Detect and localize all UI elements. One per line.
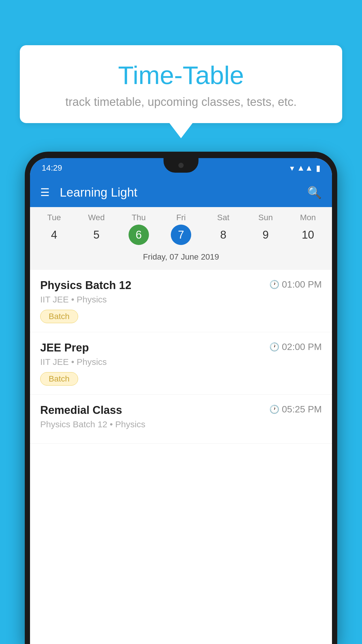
day-number: 9 <box>255 225 276 245</box>
batch-tag: Batch <box>40 372 78 386</box>
schedule-time: 🕐05:25 PM <box>269 404 322 415</box>
phone-frame: 14:29 ▾ ▲▲ ▮ ☰ Learning Light 🔍 Tue4Wed5… <box>25 152 337 644</box>
schedule-subtitle: Physics Batch 12 • Physics <box>40 419 322 429</box>
schedule-item[interactable]: Physics Batch 12🕐01:00 PMIIT JEE • Physi… <box>30 270 332 332</box>
day-number: 5 <box>86 225 107 245</box>
calendar-day[interactable]: Thu6 <box>120 213 158 245</box>
schedule-item-header: Remedial Class🕐05:25 PM <box>40 404 322 416</box>
schedule-time: 🕐01:00 PM <box>269 279 322 290</box>
speech-bubble: Time-Table track timetable, upcoming cla… <box>20 45 342 123</box>
day-number: 8 <box>213 225 233 245</box>
hamburger-menu-icon[interactable]: ☰ <box>40 187 50 198</box>
days-row: Tue4Wed5Thu6Fri7Sat8Sun9Mon10 <box>30 213 332 245</box>
phone-notch <box>164 158 198 173</box>
day-number: 10 <box>298 225 318 245</box>
app-title: Learning Light <box>60 186 307 200</box>
day-name: Mon <box>300 213 316 222</box>
clock-icon: 🕐 <box>269 280 280 289</box>
search-icon[interactable]: 🔍 <box>307 186 322 200</box>
day-name: Fri <box>176 213 186 222</box>
day-number: 6 <box>129 225 149 245</box>
day-name: Wed <box>88 213 105 222</box>
bubble-title: Time-Table <box>37 61 325 90</box>
schedule-title: Remedial Class <box>40 404 122 416</box>
day-number: 4 <box>44 225 64 245</box>
schedule-subtitle: IIT JEE • Physics <box>40 295 322 304</box>
day-name: Sun <box>258 213 273 222</box>
day-name: Thu <box>132 213 146 222</box>
schedule-title: Physics Batch 12 <box>40 279 131 292</box>
clock-icon: 🕐 <box>269 405 280 414</box>
signal-icon: ▲▲ <box>297 163 313 173</box>
time-text: 01:00 PM <box>282 279 322 290</box>
calendar-day[interactable]: Tue4 <box>35 213 73 245</box>
speech-bubble-container: Time-Table track timetable, upcoming cla… <box>20 45 342 123</box>
battery-icon: ▮ <box>316 163 320 173</box>
calendar-strip: Tue4Wed5Thu6Fri7Sat8Sun9Mon10 Friday, 07… <box>30 207 332 270</box>
schedule-item[interactable]: Remedial Class🕐05:25 PMPhysics Batch 12 … <box>30 395 332 444</box>
app-header: ☰ Learning Light 🔍 <box>30 178 332 207</box>
camera-dot <box>178 163 184 168</box>
wifi-icon: ▾ <box>290 163 294 173</box>
schedule-item[interactable]: JEE Prep🕐02:00 PMIIT JEE • PhysicsBatch <box>30 332 332 395</box>
clock-icon: 🕐 <box>269 342 280 352</box>
calendar-day[interactable]: Mon10 <box>289 213 327 245</box>
phone-screen: 14:29 ▾ ▲▲ ▮ ☰ Learning Light 🔍 Tue4Wed5… <box>30 158 332 644</box>
schedule-title: JEE Prep <box>40 342 89 354</box>
calendar-day[interactable]: Fri7 <box>162 213 200 245</box>
time-text: 05:25 PM <box>282 404 322 415</box>
schedule-time: 🕐02:00 PM <box>269 342 322 352</box>
status-bar: 14:29 ▾ ▲▲ ▮ <box>30 158 332 178</box>
day-name: Tue <box>47 213 61 222</box>
day-name: Sat <box>217 213 229 222</box>
batch-tag: Batch <box>40 310 78 323</box>
calendar-day[interactable]: Sat8 <box>204 213 242 245</box>
schedule-item-header: Physics Batch 12🕐01:00 PM <box>40 279 322 292</box>
day-number: 7 <box>171 225 191 245</box>
schedule-item-header: JEE Prep🕐02:00 PM <box>40 342 322 354</box>
calendar-date-label: Friday, 07 June 2019 <box>30 248 332 267</box>
bubble-subtitle: track timetable, upcoming classes, tests… <box>37 95 325 108</box>
status-time: 14:29 <box>42 163 62 173</box>
schedule-list: Physics Batch 12🕐01:00 PMIIT JEE • Physi… <box>30 270 332 444</box>
time-text: 02:00 PM <box>282 342 322 352</box>
schedule-subtitle: IIT JEE • Physics <box>40 357 322 367</box>
phone-container: 14:29 ▾ ▲▲ ▮ ☰ Learning Light 🔍 Tue4Wed5… <box>25 152 337 644</box>
status-icons: ▾ ▲▲ ▮ <box>290 163 320 173</box>
calendar-day[interactable]: Sun9 <box>247 213 284 245</box>
calendar-day[interactable]: Wed5 <box>78 213 115 245</box>
